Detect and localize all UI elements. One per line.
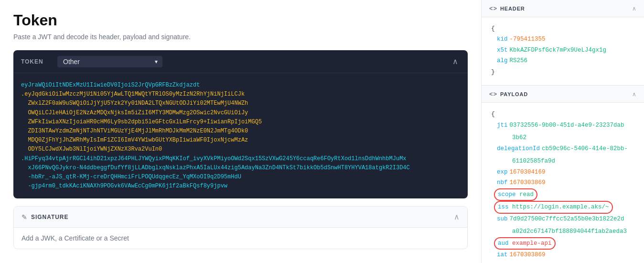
payload-exp-row: exp 1670304169 <box>491 167 634 178</box>
close-brace: } <box>491 66 634 77</box>
pencil-icon: ✎ <box>21 213 27 221</box>
payload-iat-key: iat <box>497 250 508 261</box>
payload-iat-row: iat 1670303869 <box>491 250 634 261</box>
payload-sub-value2: a02d2c67147bf188894044f1ab2aeda3 <box>497 226 627 237</box>
header-kid-row: kid -795411355 <box>491 34 634 45</box>
header-x5t-value: KbkAZFDPsfGck7mPx9UeLJ4gx1g <box>510 45 607 56</box>
header-content: { kid -795411355 x5t KbkAZFDPsfGck7mPx9U… <box>482 17 644 85</box>
signature-body: Add a JWK, a Certificate or a Secret <box>14 228 467 249</box>
header-kid-key: kid <box>497 34 508 45</box>
payload-scope-key: scope <box>498 189 516 200</box>
right-panel: <> HEADER ∧ { kid -795411355 x5t KbkAZFD… <box>482 0 644 263</box>
payload-content: { jti 03732556-9b00-451d-a4e9-23237dab 3… <box>482 103 644 263</box>
payload-exp-key: exp <box>497 167 508 178</box>
payload-delegation-row: delegationId cb59c96c-5406-414e-82bb- 61… <box>491 143 634 167</box>
payload-purpose-key: purpose <box>497 261 522 263</box>
payload-aud-row: aud example-api <box>491 237 634 250</box>
payload-aud-value: example-api <box>512 238 552 249</box>
signature-label: SIGNATURE <box>31 214 454 220</box>
header-section-title: <> HEADER <box>489 5 525 12</box>
payload-aud-key: aud <box>498 238 509 249</box>
signature-header[interactable]: ✎ SIGNATURE ∧ <box>14 207 467 228</box>
payload-nbf-value: 1670303869 <box>510 177 546 188</box>
bracket-icon: <> <box>489 5 497 12</box>
header-section: <> HEADER ∧ { kid -795411355 x5t KbkAZFD… <box>482 0 644 86</box>
payload-iss-value: https://login.example.aks/~ <box>512 202 609 213</box>
payload-iat-value: 1670303869 <box>510 250 546 261</box>
header-alg-row: alg RS256 <box>491 55 634 66</box>
token-collapse-button[interactable]: ∧ <box>451 55 460 68</box>
payload-purpose-row: purpose access_token <box>491 261 634 263</box>
left-panel: Token Paste a JWT and decode its header,… <box>0 0 482 263</box>
payload-scope-value: read <box>519 189 534 200</box>
open-brace: { <box>491 23 634 34</box>
payload-sub-value: 7d9d27500c7ffcc52a55b0e3b1822e2d <box>510 214 624 225</box>
payload-jti-value: 03732556-9b00-451d-a4e9-23237dab <box>510 120 624 131</box>
header-alg-key: alg <box>497 55 508 66</box>
payload-iss-row: iss https://login.example.aks/~ <box>491 201 634 214</box>
payload-iss-key: iss <box>498 202 509 213</box>
token-label: TOKEN <box>21 58 50 65</box>
aud-highlight: aud example-api <box>494 237 556 250</box>
dropdown-value: Other <box>63 58 80 66</box>
payload-jti-value2: 3b62 <box>497 132 526 143</box>
payload-nbf-row: nbf 1670303869 <box>491 177 634 188</box>
payload-open-brace: { <box>491 109 634 120</box>
page-subtitle: Paste a JWT and decode its header, paylo… <box>13 33 468 41</box>
header-x5t-key: x5t <box>497 45 508 56</box>
jwt-header-part: eyJraWQiOiItNDExMzU1IiwieDV0IjoiS2JrQVpG… <box>21 82 200 88</box>
header-x5t-row: x5t KbkAZFDPsfGck7mPx9UeLJ4gx1g <box>491 45 634 56</box>
payload-delegation-value: cb59c96c-5406-414e-82bb- <box>542 143 628 154</box>
token-body: eyJraWQiOiItNDExMzU1IiwieDV0IjoiS2JrQVpG… <box>13 73 468 198</box>
dropdown-chevron-icon: ▾ <box>155 58 158 65</box>
payload-sub-row: sub 7d9d27500c7ffcc52a55b0e3b1822e2d a02… <box>491 214 634 237</box>
payload-section-header: <> PAYLOAD ∧ <box>482 86 644 103</box>
jwt-payload-part: .eyJqdGkiOiIwMzczMjU1Ni05YjAwLTQ1MWQtYTR… <box>21 91 262 153</box>
page-title: Token <box>13 11 468 29</box>
payload-jti-row: jti 03732556-9b00-451d-a4e9-23237dab 3b6… <box>491 120 634 143</box>
payload-exp-value: 1670304169 <box>510 167 546 178</box>
payload-sub-key: sub <box>497 214 508 225</box>
payload-delegation-value2: 61102585fa9d <box>497 156 555 167</box>
payload-jti-key: jti <box>497 120 508 131</box>
payload-section: <> PAYLOAD ∧ { jti 03732556-9b00-451d-a4… <box>482 86 644 263</box>
bracket-icon-2: <> <box>489 90 497 98</box>
scope-highlight: scope read <box>494 188 537 201</box>
payload-scope-row: scope read <box>491 188 634 201</box>
payload-purpose-value: access_token <box>524 261 567 263</box>
header-collapse-button[interactable]: ∧ <box>632 5 636 12</box>
iss-highlight: iss https://login.example.aks/~ <box>494 201 613 214</box>
token-header: TOKEN Other ▾ ∧ <box>13 50 468 73</box>
payload-nbf-key: nbf <box>497 177 508 188</box>
token-container: TOKEN Other ▾ ∧ eyJraWQiOiItNDExMzU1Iiwi… <box>13 50 468 198</box>
signature-collapse-button[interactable]: ∧ <box>454 212 460 221</box>
header-section-header: <> HEADER ∧ <box>482 0 644 17</box>
signature-placeholder: Add a JWK, a Certificate or a Secret <box>21 234 129 242</box>
jwt-signature-part: .HiPFyq34vtpAjrRGCl4ihD21xpzJ64PHLJYWQyi… <box>21 155 410 190</box>
payload-delegation-key: delegationId <box>497 143 540 154</box>
payload-collapse-button[interactable]: ∧ <box>632 91 636 98</box>
token-type-dropdown[interactable]: Other ▾ <box>57 56 162 67</box>
signature-container: ✎ SIGNATURE ∧ Add a JWK, a Certificate o… <box>13 206 468 249</box>
header-alg-value: RS256 <box>510 55 528 66</box>
header-kid-value: -795411355 <box>510 34 546 45</box>
payload-section-title: <> PAYLOAD <box>489 90 528 98</box>
